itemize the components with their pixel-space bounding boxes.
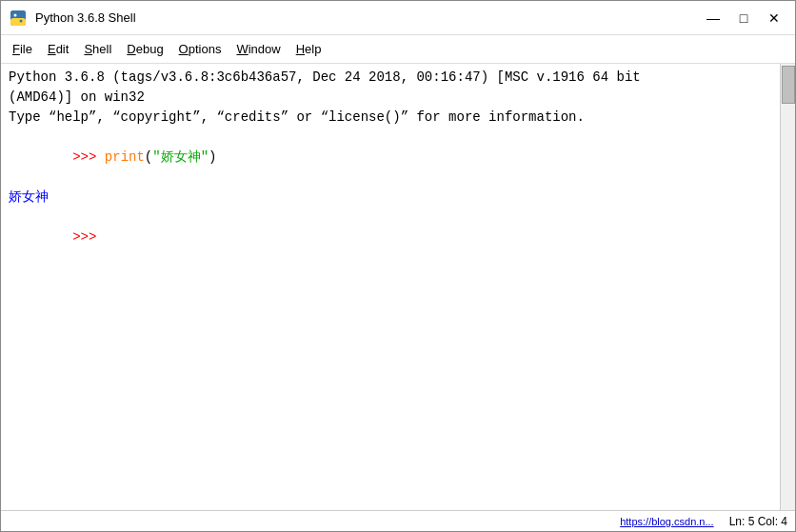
menu-window[interactable]: Window — [229, 38, 288, 60]
prompt-2: >>> — [72, 229, 105, 245]
prompt-1: >>> — [72, 149, 105, 165]
menu-shell[interactable]: Shell — [76, 38, 119, 60]
code-paren-open: ( — [145, 149, 152, 165]
code-string: "娇女神" — [152, 149, 209, 165]
maximize-button[interactable]: □ — [730, 8, 757, 29]
title-bar-controls: — □ ✕ — [700, 8, 787, 29]
svg-point-4 — [20, 19, 23, 22]
menu-bar: File Edit Shell Debug Options Window Hel… — [1, 35, 795, 64]
code-paren-close: ) — [209, 149, 216, 165]
menu-options[interactable]: Options — [171, 38, 229, 60]
menu-debug[interactable]: Debug — [119, 38, 170, 60]
window-title: Python 3.6.8 Shell — [35, 10, 136, 25]
menu-file[interactable]: File — [5, 38, 40, 60]
svg-rect-2 — [10, 18, 26, 26]
shell-content[interactable]: Python 3.6.8 (tags/v3.6.8:3c6b436a57, De… — [1, 64, 795, 510]
svg-rect-1 — [10, 10, 26, 18]
title-bar-left: Python 3.6.8 Shell — [9, 9, 136, 28]
output-result-1: 娇女神 — [9, 187, 768, 207]
menu-edit[interactable]: Edit — [40, 38, 76, 60]
menu-help[interactable]: Help — [289, 38, 329, 60]
minimize-button[interactable]: — — [700, 8, 726, 29]
main-window: Python 3.6.8 Shell — □ ✕ File Edit Shell… — [0, 0, 796, 532]
output-line-3: Type “help”, “copyright”, “credits” or “… — [9, 108, 768, 128]
output-line-1: Python 3.6.8 (tags/v3.6.8:3c6b436a57, De… — [9, 68, 768, 88]
svg-point-3 — [14, 13, 17, 16]
close-button[interactable]: ✕ — [761, 8, 787, 29]
position-indicator: Ln: 5 Col: 4 — [729, 515, 787, 528]
scrollbar-thumb[interactable] — [782, 66, 795, 104]
code-keyword: print — [105, 149, 145, 165]
prompt-line-2: >>> — [9, 207, 768, 267]
scrollbar[interactable] — [780, 64, 795, 510]
title-bar: Python 3.6.8 Shell — □ ✕ — [1, 1, 795, 35]
output-area: Python 3.6.8 (tags/v3.6.8:3c6b436a57, De… — [9, 68, 787, 267]
status-bar: https://blog.csdn.n... Ln: 5 Col: 4 — [1, 510, 795, 531]
input-line-1: >>> print("娇女神") — [9, 128, 768, 187]
output-line-2: (AMD64)] on win32 — [9, 88, 768, 108]
csdn-link[interactable]: https://blog.csdn.n... — [620, 516, 713, 527]
python-icon — [9, 9, 28, 28]
